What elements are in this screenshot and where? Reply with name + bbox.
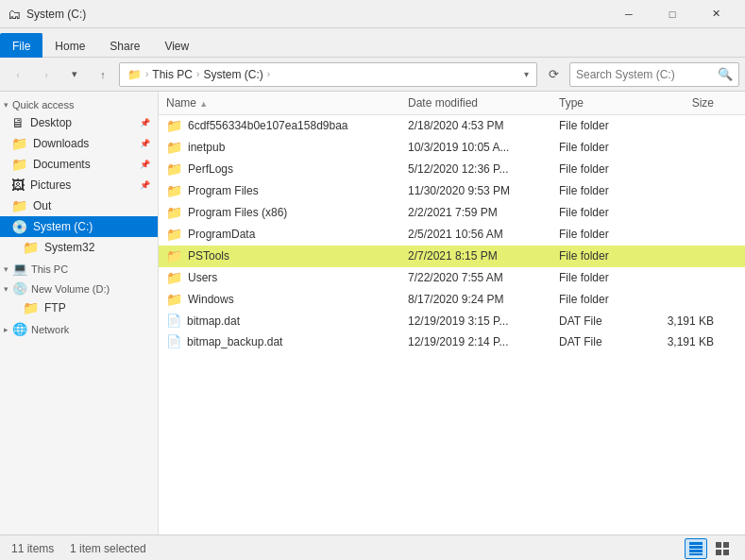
sidebar-item-documents[interactable]: 📁 Documents 📌 — [0, 154, 158, 175]
tab-file[interactable]: File — [0, 33, 42, 58]
search-icon[interactable]: 🔍 — [718, 67, 733, 81]
file-date: 2/18/2020 4:53 PM — [400, 118, 551, 133]
documents-icon: 📁 — [11, 157, 27, 172]
pictures-icon: 🖼 — [11, 178, 25, 193]
file-name: bitmap_backup.dat — [187, 335, 282, 348]
file-size — [646, 233, 721, 235]
table-row[interactable]: 📁 6cdf556334b0e107ea158d9baa 2/18/2020 4… — [159, 115, 745, 137]
file-name: Program Files (x86) — [188, 206, 287, 219]
table-row[interactable]: 📁 Users 7/22/2020 7:55 AM File folder — [159, 267, 745, 289]
view-details-button[interactable] — [685, 538, 707, 559]
svg-rect-2 — [689, 550, 703, 552]
column-size[interactable]: Size — [646, 94, 721, 111]
file-type: File folder — [551, 183, 646, 198]
folder-icon: 📁 — [166, 140, 182, 155]
file-size: 3,191 KB — [646, 314, 721, 329]
folder-icon: 📁 — [166, 227, 182, 242]
svg-rect-5 — [723, 542, 729, 548]
maximize-button[interactable]: □ — [651, 0, 694, 28]
up-button[interactable]: ↑ — [91, 62, 115, 87]
search-bar[interactable]: 🔍 — [569, 62, 739, 87]
back-button[interactable]: ‹ — [6, 62, 30, 87]
column-name[interactable]: Name ▲ — [159, 94, 400, 111]
tab-share[interactable]: Share — [97, 33, 152, 58]
chevron-right-icon: ▾ — [4, 284, 8, 294]
file-size — [646, 277, 721, 279]
sidebar-item-pictures[interactable]: 🖼 Pictures 📌 — [0, 175, 158, 195]
recent-locations-button[interactable]: ▾ — [62, 62, 87, 87]
sidebar-section-thispc[interactable]: ▾ 💻 This PC — [0, 258, 158, 278]
file-name: PSTools — [188, 249, 229, 263]
table-row[interactable]: 📁 PSTools 2/7/2021 8:15 PM File folder — [159, 246, 745, 267]
address-bar[interactable]: 📁 › This PC › System (C:) › ▾ — [119, 62, 537, 87]
tab-view[interactable]: View — [152, 33, 201, 58]
folder-icon: 📁 — [166, 161, 182, 177]
sidebar-item-system32[interactable]: 📁 System32 — [0, 237, 158, 258]
tab-home[interactable]: Home — [42, 33, 97, 58]
file-name: Users — [188, 271, 217, 284]
breadcrumb: 📁 › This PC › System (C:) › — [127, 68, 270, 81]
chevron-down-icon: ▾ — [4, 100, 8, 110]
sidebar-section-quickaccess[interactable]: ▾ Quick access — [0, 95, 158, 112]
search-input[interactable] — [576, 68, 718, 81]
file-date: 2/5/2021 10:56 AM — [400, 227, 551, 242]
table-row[interactable]: 📄 bitmap_backup.dat 12/19/2019 2:14 P...… — [159, 331, 745, 352]
ribbon: File Home Share View — [0, 28, 745, 58]
sidebar-item-downloads[interactable]: 📁 Downloads 📌 — [0, 133, 158, 154]
column-date[interactable]: Date modified — [400, 94, 551, 111]
file-size — [646, 146, 721, 148]
sidebar-item-systemc[interactable]: 💿 System (C:) — [0, 216, 158, 237]
file-name: inetpub — [188, 141, 225, 154]
file-icon: 📄 — [166, 334, 181, 348]
sidebar-item-out-label: Out — [33, 199, 51, 212]
sidebar-item-desktop[interactable]: 🖥 Desktop 📌 — [0, 112, 158, 133]
column-type[interactable]: Type — [551, 94, 646, 111]
sidebar-network-label: Network — [31, 324, 69, 335]
svg-rect-4 — [716, 542, 721, 548]
folder-icon: 📁 — [166, 292, 182, 307]
breadcrumb-thispc[interactable]: 📁 — [127, 68, 142, 81]
file-name: Windows — [188, 293, 234, 306]
sidebar-item-ftp[interactable]: 📁 FTP — [0, 297, 158, 318]
breadcrumb-thispc-label[interactable]: This PC — [152, 68, 193, 81]
table-row[interactable]: 📁 Windows 8/17/2020 9:24 PM File folder — [159, 289, 745, 311]
file-type: File folder — [551, 161, 646, 177]
sidebar-section-newvolume[interactable]: ▾ 💿 New Volume (D:) — [0, 278, 158, 297]
item-count: 11 items — [11, 542, 54, 555]
sidebar-section-network[interactable]: ▸ 🌐 Network — [0, 318, 158, 338]
file-date: 10/3/2019 10:05 A... — [400, 140, 551, 155]
file-date: 12/19/2019 2:14 P... — [400, 334, 551, 349]
table-row[interactable]: 📁 Program Files 11/30/2020 9:53 PM File … — [159, 180, 745, 202]
forward-button[interactable]: › — [34, 62, 59, 87]
pin-icon: 📌 — [140, 180, 150, 190]
minimize-button[interactable]: ─ — [607, 0, 651, 28]
table-row[interactable]: 📁 inetpub 10/3/2019 10:05 A... File fold… — [159, 137, 745, 159]
network-icon: 🌐 — [12, 322, 27, 336]
file-type: File folder — [551, 292, 646, 307]
breadcrumb-systemc-label[interactable]: System (C:) — [203, 68, 262, 81]
nav-bar: ‹ › ▾ ↑ 📁 › This PC › System (C:) › ▾ ⟳ … — [0, 58, 745, 92]
file-date: 8/17/2020 9:24 PM — [400, 292, 551, 307]
table-row[interactable]: 📁 PerfLogs 5/12/2020 12:36 P... File fol… — [159, 159, 745, 180]
table-row[interactable]: 📁 ProgramData 2/5/2021 10:56 AM File fol… — [159, 224, 745, 246]
file-size — [646, 125, 721, 127]
table-row[interactable]: 📁 Program Files (x86) 2/2/2021 7:59 PM F… — [159, 202, 745, 224]
sidebar-thispc-label: This PC — [31, 263, 68, 275]
table-row[interactable]: 📄 bitmap.dat 12/19/2019 3:15 P... DAT Fi… — [159, 311, 745, 331]
file-date: 7/22/2020 7:55 AM — [400, 270, 551, 285]
column-type-label: Type — [559, 96, 584, 110]
file-name: bitmap.dat — [187, 314, 240, 328]
close-button[interactable]: ✕ — [694, 0, 737, 28]
file-type: File folder — [551, 248, 646, 263]
address-dropdown-button[interactable]: ▾ — [524, 69, 529, 79]
file-size — [646, 255, 721, 257]
svg-rect-0 — [689, 542, 703, 545]
sidebar-item-systemc-label: System (C:) — [33, 220, 93, 233]
view-large-icons-button[interactable] — [711, 538, 734, 559]
file-size — [646, 190, 721, 192]
status-info: 11 items 1 item selected — [11, 542, 146, 555]
refresh-button[interactable]: ⟳ — [541, 62, 566, 87]
file-icon: 📄 — [166, 314, 181, 328]
sidebar-item-out[interactable]: 📁 Out — [0, 195, 158, 216]
selected-count: 1 item selected — [70, 542, 146, 555]
